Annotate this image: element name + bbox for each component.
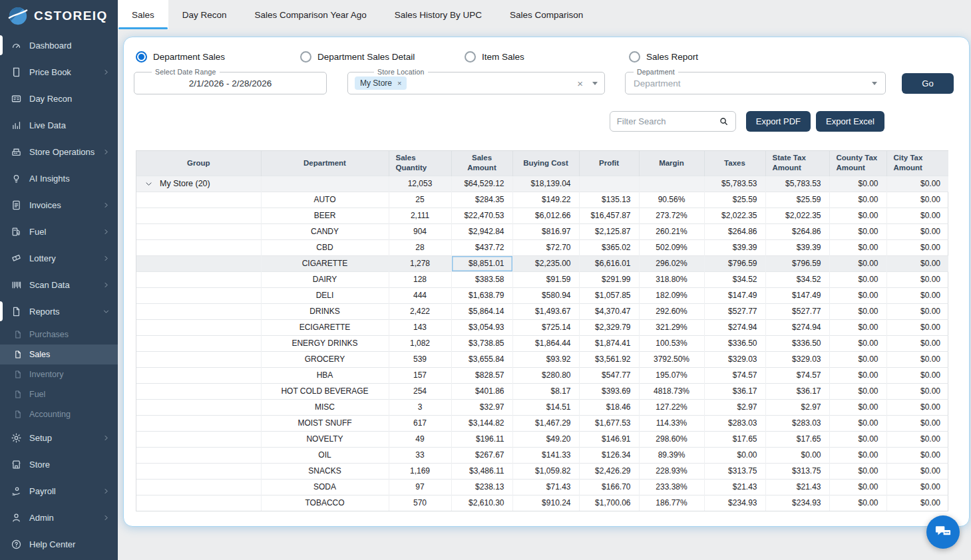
cell-sales_amount[interactable]: $32.97 bbox=[451, 399, 512, 415]
cell-city_tax_amount[interactable]: $0.00 bbox=[886, 223, 948, 239]
cell-department[interactable]: MISC bbox=[261, 399, 389, 415]
cell-state_tax_amount[interactable]: $283.03 bbox=[765, 415, 829, 431]
cell-taxes[interactable]: $36.17 bbox=[704, 383, 765, 399]
cell-state_tax_amount[interactable]: $234.93 bbox=[765, 495, 829, 511]
col-header-group[interactable]: Group bbox=[136, 151, 261, 176]
cell-department[interactable]: DELI bbox=[261, 287, 389, 303]
cell-margin[interactable]: 114.33% bbox=[639, 415, 704, 431]
export-excel-button[interactable]: Export Excel bbox=[816, 111, 884, 132]
group-cell-department[interactable] bbox=[261, 176, 389, 192]
cell-buying_cost[interactable]: $1,467.29 bbox=[512, 415, 579, 431]
cell-group[interactable] bbox=[136, 447, 261, 463]
cell-city_tax_amount[interactable]: $0.00 bbox=[886, 495, 948, 511]
cell-sales_amount[interactable]: $383.58 bbox=[451, 271, 512, 287]
cell-county_tax_amount[interactable]: $0.00 bbox=[829, 447, 886, 463]
cell-county_tax_amount[interactable]: $0.00 bbox=[829, 239, 886, 255]
cell-quantity[interactable]: 49 bbox=[389, 431, 451, 447]
cell-sales_amount[interactable]: $8,851.01 bbox=[451, 255, 512, 271]
col-header-sales-quantity[interactable]: Sales Quantity bbox=[389, 151, 451, 176]
sidebar-item-store[interactable]: Store bbox=[0, 451, 118, 478]
cell-taxes[interactable]: $0.00 bbox=[704, 447, 765, 463]
cell-state_tax_amount[interactable]: $0.00 bbox=[765, 447, 829, 463]
cell-county_tax_amount[interactable]: $0.00 bbox=[829, 431, 886, 447]
cell-city_tax_amount[interactable]: $0.00 bbox=[886, 287, 948, 303]
table-row-tobacco[interactable]: TOBACCO570$2,610.30$910.24$1,700.06186.7… bbox=[136, 495, 948, 511]
cell-taxes[interactable]: $21.43 bbox=[704, 479, 765, 495]
filter-search-field[interactable] bbox=[610, 111, 736, 132]
col-header-state-tax-amount[interactable]: State Tax Amount bbox=[765, 151, 829, 176]
cell-department[interactable]: GROCERY bbox=[261, 351, 389, 367]
cell-group[interactable] bbox=[136, 223, 261, 239]
cell-quantity[interactable]: 33 bbox=[389, 447, 451, 463]
cell-state_tax_amount[interactable]: $313.75 bbox=[765, 463, 829, 479]
cell-taxes[interactable]: $796.59 bbox=[704, 255, 765, 271]
cell-city_tax_amount[interactable]: $0.00 bbox=[886, 399, 948, 415]
cell-department[interactable]: CANDY bbox=[261, 223, 389, 239]
cell-margin[interactable]: 186.77% bbox=[639, 495, 704, 511]
cell-department[interactable]: MOIST SNUFF bbox=[261, 415, 389, 431]
cell-margin[interactable]: 502.09% bbox=[639, 239, 704, 255]
cell-county_tax_amount[interactable]: $0.00 bbox=[829, 303, 886, 319]
cell-state_tax_amount[interactable]: $25.59 bbox=[765, 192, 829, 208]
sidebar-item-price-book[interactable]: Price Book bbox=[0, 59, 118, 85]
cell-taxes[interactable]: $17.65 bbox=[704, 431, 765, 447]
cell-taxes[interactable]: $527.77 bbox=[704, 303, 765, 319]
table-row-ecigarette[interactable]: ECIGARETTE143$3,054.93$725.14$2,329.7932… bbox=[136, 319, 948, 335]
cell-state_tax_amount[interactable]: $274.94 bbox=[765, 319, 829, 335]
sidebar-item-store-operations[interactable]: Store Operations bbox=[0, 138, 118, 165]
cell-county_tax_amount[interactable]: $0.00 bbox=[829, 495, 886, 511]
cell-buying_cost[interactable]: $14.51 bbox=[512, 399, 579, 415]
cell-department[interactable]: ENERGY DRINKS bbox=[261, 335, 389, 351]
cell-sales_amount[interactable]: $401.86 bbox=[451, 383, 512, 399]
cell-margin[interactable]: 318.80% bbox=[639, 271, 704, 287]
cell-profit[interactable]: $3,561.92 bbox=[579, 351, 639, 367]
cell-department[interactable]: OIL bbox=[261, 447, 389, 463]
cell-group[interactable] bbox=[136, 319, 261, 335]
cell-group[interactable] bbox=[136, 367, 261, 383]
department-select[interactable]: Department Department bbox=[625, 72, 886, 94]
group-cell-quantity[interactable]: 12,053 bbox=[389, 176, 451, 192]
cell-buying_cost[interactable]: $71.43 bbox=[512, 479, 579, 495]
cell-group[interactable] bbox=[136, 335, 261, 351]
cell-city_tax_amount[interactable]: $0.00 bbox=[886, 431, 948, 447]
cell-department[interactable]: SNACKS bbox=[261, 463, 389, 479]
cell-buying_cost[interactable]: $1,493.67 bbox=[512, 303, 579, 319]
group-cell-profit[interactable] bbox=[579, 176, 639, 192]
cell-sales_amount[interactable]: $3,144.82 bbox=[451, 415, 512, 431]
sidebar-subitem-accounting[interactable]: Accounting bbox=[0, 404, 118, 424]
cell-quantity[interactable]: 1,082 bbox=[389, 335, 451, 351]
table-row-auto[interactable]: AUTO25$284.35$149.22$135.1390.56%$25.59$… bbox=[136, 192, 948, 208]
cell-state_tax_amount[interactable]: $36.17 bbox=[765, 383, 829, 399]
sidebar-subitem-inventory[interactable]: Inventory bbox=[0, 364, 118, 384]
table-row-misc[interactable]: MISC3$32.97$14.51$18.46127.22%$2.97$2.97… bbox=[136, 399, 948, 415]
cell-county_tax_amount[interactable]: $0.00 bbox=[829, 399, 886, 415]
cell-taxes[interactable]: $74.57 bbox=[704, 367, 765, 383]
table-row-candy[interactable]: CANDY904$2,942.84$816.97$2,125.87260.21%… bbox=[136, 223, 948, 239]
cell-profit[interactable]: $4,370.47 bbox=[579, 303, 639, 319]
cell-quantity[interactable]: 570 bbox=[389, 495, 451, 511]
cell-state_tax_amount[interactable]: $2,022.35 bbox=[765, 208, 829, 223]
cell-buying_cost[interactable]: $910.24 bbox=[512, 495, 579, 511]
chip-remove-icon[interactable]: × bbox=[397, 79, 401, 87]
cell-margin[interactable]: 321.29% bbox=[639, 319, 704, 335]
radio-department-sales[interactable]: Department Sales bbox=[136, 51, 300, 63]
group-cell-county_tax_amount[interactable]: $0.00 bbox=[829, 176, 886, 192]
col-header-sales-amount[interactable]: Sales Amount bbox=[451, 151, 512, 176]
cell-state_tax_amount[interactable]: $17.65 bbox=[765, 431, 829, 447]
cell-buying_cost[interactable]: $6,012.66 bbox=[512, 208, 579, 223]
cell-margin[interactable]: 182.09% bbox=[639, 287, 704, 303]
cell-group[interactable] bbox=[136, 271, 261, 287]
cell-margin[interactable]: 233.38% bbox=[639, 479, 704, 495]
table-row-energy-drinks[interactable]: ENERGY DRINKS1,082$3,738.85$1,864.44$1,8… bbox=[136, 335, 948, 351]
store-location-field[interactable]: Store Location My Store × × bbox=[347, 72, 605, 94]
cell-department[interactable]: HBA bbox=[261, 367, 389, 383]
sidebar-item-dashboard[interactable]: Dashboard bbox=[0, 32, 118, 59]
col-header-county-tax-amount[interactable]: County Tax Amount bbox=[829, 151, 886, 176]
cell-county_tax_amount[interactable]: $0.00 bbox=[829, 319, 886, 335]
cell-state_tax_amount[interactable]: $264.86 bbox=[765, 223, 829, 239]
store-chip[interactable]: My Store × bbox=[355, 76, 407, 90]
cell-margin[interactable]: 195.07% bbox=[639, 367, 704, 383]
sidebar-item-reports[interactable]: Reports bbox=[0, 298, 118, 325]
cell-quantity[interactable]: 1,278 bbox=[389, 255, 451, 271]
cell-county_tax_amount[interactable]: $0.00 bbox=[829, 367, 886, 383]
